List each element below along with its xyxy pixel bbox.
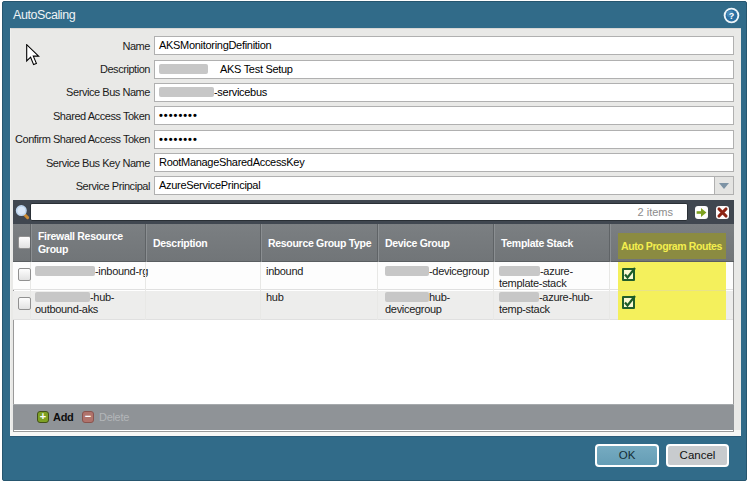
- svg-text:?: ?: [729, 11, 735, 21]
